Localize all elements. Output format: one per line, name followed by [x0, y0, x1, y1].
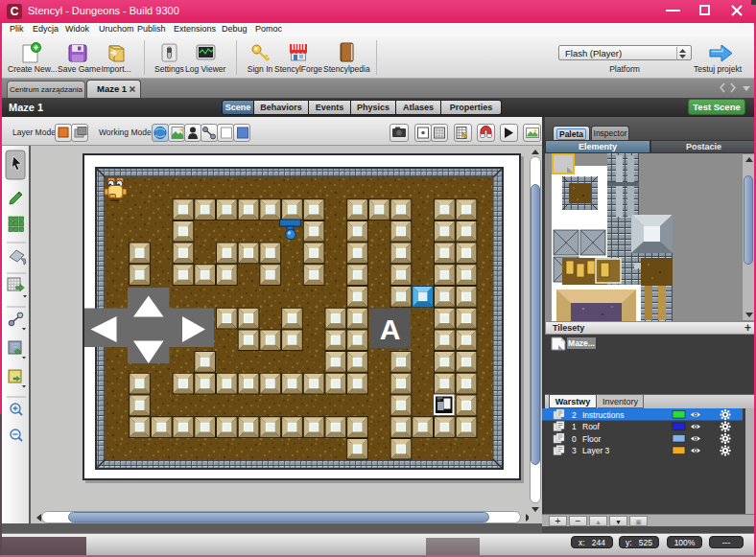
- svg-text:0: 0: [572, 434, 577, 444]
- svg-text:1: 1: [572, 422, 577, 431]
- svg-text:Floor: Floor: [582, 434, 602, 444]
- svg-text:2: 2: [572, 410, 577, 420]
- svg-text:A: A: [380, 313, 401, 345]
- svg-text:3: 3: [572, 446, 577, 455]
- svg-text:Instructions: Instructions: [582, 410, 624, 420]
- svg-text:Roof: Roof: [582, 422, 601, 431]
- svg-text:Layer 3: Layer 3: [582, 446, 610, 455]
